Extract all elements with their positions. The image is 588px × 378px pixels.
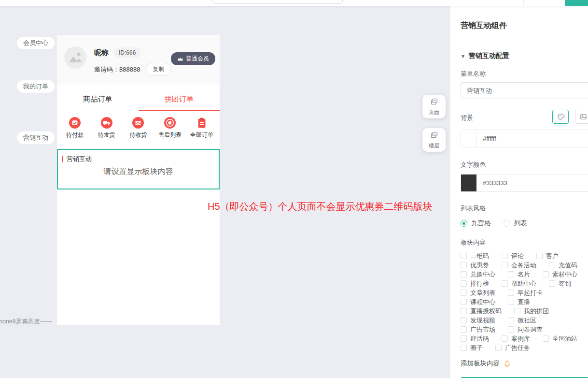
checkbox-icon[interactable] xyxy=(461,317,467,323)
radio-icon[interactable] xyxy=(461,220,467,227)
save-button[interactable] xyxy=(565,0,588,6)
palette-icon[interactable] xyxy=(552,110,569,124)
content-checkbox-名片[interactable]: 名片 xyxy=(508,270,530,279)
content-checkbox-圈子[interactable]: 圈子 xyxy=(461,344,483,352)
checkbox-icon[interactable] xyxy=(508,271,514,277)
checkbox-icon[interactable] xyxy=(536,253,543,259)
content-checkbox-排行榜[interactable]: 排行榜 xyxy=(461,279,489,288)
checkbox-icon[interactable] xyxy=(461,335,467,342)
order-tab[interactable]: 拼团订单 xyxy=(139,89,220,111)
checkbox-icon[interactable] xyxy=(461,290,467,296)
content-checkbox-评论[interactable]: 评论 xyxy=(502,252,524,261)
checkbox-icon[interactable] xyxy=(514,308,520,314)
background-color-swatch[interactable] xyxy=(461,130,476,147)
content-checkbox-帮助中心[interactable]: 帮助中心 xyxy=(502,279,536,288)
content-row: 群活码案例库全国油站 xyxy=(461,334,588,343)
member-card[interactable]: 昵称 ID:666 邀请码：888888 复制 普通会员 xyxy=(57,35,220,85)
list-style-radio-列表[interactable]: 列表 xyxy=(504,219,527,228)
order-tab[interactable]: 商品订单 xyxy=(57,89,139,111)
component-tag-0[interactable]: 会员中心 xyxy=(17,37,55,49)
checkbox-icon[interactable] xyxy=(461,308,467,314)
checkbox-label: 签到 xyxy=(559,279,571,288)
checkbox-icon[interactable] xyxy=(461,271,467,277)
checkbox-icon[interactable] xyxy=(461,299,467,305)
section-header-marketing-config[interactable]: ▼ 营销互动配置 xyxy=(461,52,588,60)
order-status-item[interactable]: 待发货 xyxy=(91,117,123,139)
background-color-input[interactable]: #ffffff xyxy=(461,130,588,147)
content-checkbox-兑换中心[interactable]: 兑换中心 xyxy=(461,270,495,279)
payment-check-icon xyxy=(69,117,81,129)
checkbox-icon[interactable] xyxy=(543,271,549,277)
checkbox-icon[interactable] xyxy=(508,326,514,333)
text-color-input[interactable]: #333333 xyxy=(461,174,588,192)
order-status-label: 待发货 xyxy=(98,131,115,139)
checkbox-icon[interactable] xyxy=(495,345,502,351)
content-checkbox-会务活动[interactable]: 会务活动 xyxy=(502,261,536,270)
content-checkbox-全国油站[interactable]: 全国油站 xyxy=(543,334,577,343)
toolbar-input[interactable] xyxy=(212,0,343,4)
content-checkbox-问卷调查[interactable]: 问卷调查 xyxy=(508,325,543,334)
content-checkbox-客户[interactable]: 客户 xyxy=(536,252,559,261)
content-checkbox-签到[interactable]: 签到 xyxy=(549,279,571,288)
checkbox-icon[interactable] xyxy=(502,262,508,268)
radio-icon[interactable] xyxy=(504,220,510,227)
checkbox-icon[interactable] xyxy=(502,280,508,287)
member-nickname: 昵称 xyxy=(94,48,109,58)
menu-name-input[interactable] xyxy=(461,82,588,99)
layers-icon xyxy=(430,97,439,108)
alarm-icon[interactable] xyxy=(503,360,511,368)
add-content-label: 添加板块内容 xyxy=(461,359,500,368)
component-tag-2[interactable]: 营销互动 xyxy=(17,131,55,144)
checkbox-icon[interactable] xyxy=(461,253,467,259)
checkbox-icon[interactable] xyxy=(543,335,549,342)
checkbox-icon[interactable] xyxy=(508,290,514,296)
text-color-label: 文字颜色 xyxy=(461,160,588,169)
list-style-options: 九宫格列表 xyxy=(461,219,588,228)
marketing-block-selected[interactable]: 营销互动 请设置显示板块内容 xyxy=(57,149,220,189)
float-button-楼层[interactable]: 楼层 xyxy=(422,128,446,152)
content-checkbox-广告任务[interactable]: 广告任务 xyxy=(495,344,530,352)
text-color-swatch[interactable] xyxy=(461,174,476,191)
menu-name-label: 菜单名称 xyxy=(461,70,588,78)
list-style-radio-九宫格[interactable]: 九宫格 xyxy=(461,219,491,228)
checkbox-icon[interactable] xyxy=(502,253,508,259)
order-status-item[interactable]: 待付款 xyxy=(59,117,91,139)
content-checkbox-早起打卡[interactable]: 早起打卡 xyxy=(508,289,543,297)
checkbox-label: 兑换中心 xyxy=(470,270,495,279)
content-checkbox-课程中心[interactable]: 课程中心 xyxy=(461,298,495,306)
content-checkbox-素材中心[interactable]: 素材中心 xyxy=(543,270,577,279)
checkbox-icon[interactable] xyxy=(461,280,467,287)
float-button-页面[interactable]: 页面 xyxy=(422,95,446,118)
order-status-item[interactable]: 全部订单 xyxy=(186,117,218,139)
checkbox-icon[interactable] xyxy=(502,335,508,342)
content-checkbox-直播授权码[interactable]: 直播授权码 xyxy=(461,307,502,316)
checkbox-icon[interactable] xyxy=(549,262,555,268)
content-checkbox-我的拼团[interactable]: 我的拼团 xyxy=(514,307,549,316)
content-checkbox-二维码[interactable]: 二维码 xyxy=(461,252,489,261)
content-row: 广告市场问卷调查 xyxy=(461,325,588,334)
checkbox-icon[interactable] xyxy=(461,262,467,268)
content-checkbox-群活码[interactable]: 群活码 xyxy=(461,334,489,343)
order-status-item[interactable]: ¥售后列表 xyxy=(154,117,186,139)
component-tag-1[interactable]: 我的订单 xyxy=(17,80,55,93)
content-row: 二维码评论客户 xyxy=(461,251,588,261)
content-checkbox-案例库[interactable]: 案例库 xyxy=(502,334,530,343)
content-checkbox-文章列表[interactable]: 文章列表 xyxy=(461,289,495,297)
content-checkbox-微社区[interactable]: 微社区 xyxy=(508,316,536,325)
content-checkbox-充值码[interactable]: 充值码 xyxy=(549,261,577,270)
content-checkbox-优惠券[interactable]: 优惠券 xyxy=(461,261,489,270)
checkbox-label: 充值码 xyxy=(559,261,577,270)
checkbox-icon[interactable] xyxy=(508,299,514,305)
content-checkbox-广告市场[interactable]: 广告市场 xyxy=(461,325,495,334)
content-checkbox-发现视频[interactable]: 发现视频 xyxy=(461,316,495,325)
checkbox-icon[interactable] xyxy=(461,345,467,351)
copy-button[interactable]: 复制 xyxy=(146,63,171,76)
checkbox-icon[interactable] xyxy=(461,326,467,333)
content-checkbox-直播[interactable]: 直播 xyxy=(508,298,530,306)
checkbox-icon[interactable] xyxy=(508,317,514,323)
order-status-item[interactable]: 待收货 xyxy=(123,117,154,139)
order-status-label: 待收货 xyxy=(129,131,147,139)
content-label: 板块内容 xyxy=(461,238,588,247)
checkbox-icon[interactable] xyxy=(549,280,555,287)
image-icon[interactable] xyxy=(575,110,588,124)
